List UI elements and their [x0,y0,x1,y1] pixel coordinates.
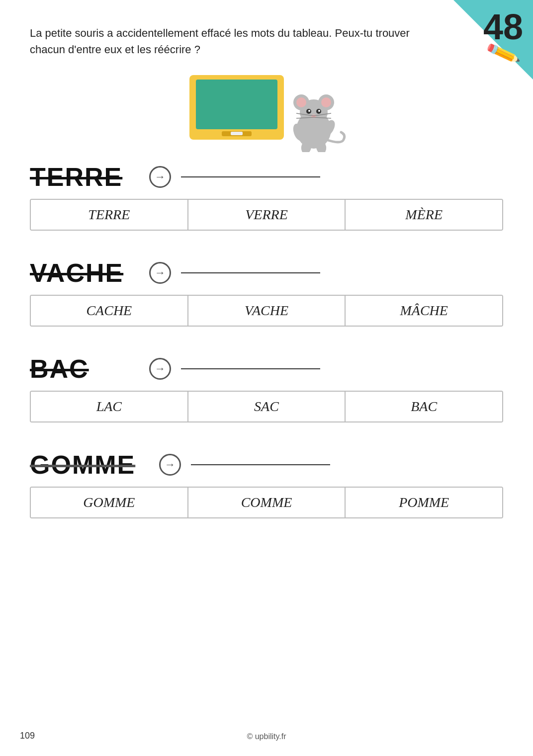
svg-point-13 [318,110,320,112]
option-bac-3[interactable]: BAC [346,392,502,421]
option-vache-1[interactable]: CACHE [31,296,188,326]
options-row-gomme: GOMME COMME POMME [30,487,503,518]
answer-line-bac [181,368,320,369]
answer-line-vache [181,272,320,273]
option-gomme-2[interactable]: COMME [188,488,346,517]
arrow-circle-terre: → [149,166,171,188]
options-row-bac: LAC SAC BAC [30,391,503,422]
option-vache-2[interactable]: VACHE [188,296,346,326]
options-row-vache: CACHE VACHE MÂCHE [30,295,503,327]
scrambled-word-gomme: GOMME [30,450,149,480]
scrambled-row-bac: BAC → [30,354,503,384]
scrambled-row-vache: VACHE → [30,258,503,288]
options-row-terre: TERRE VERRE MÈRE [30,199,503,231]
option-terre-1[interactable]: TERRE [31,200,188,230]
exercise-vache: VACHE → CACHE VACHE MÂCHE [30,258,503,327]
svg-point-12 [308,110,310,112]
svg-point-7 [296,97,306,107]
svg-rect-3 [231,132,243,135]
scrambled-word-vache: VACHE [30,258,139,288]
page: 48 ✏️ La petite souris a accidentellemen… [0,0,533,756]
svg-rect-1 [196,80,277,129]
option-gomme-1[interactable]: GOMME [31,488,188,517]
instruction-text: La petite souris a accidentellement effa… [30,25,428,58]
option-bac-1[interactable]: LAC [31,392,188,421]
arrow-circle-gomme: → [159,454,181,476]
option-gomme-3[interactable]: POMME [346,488,502,517]
scrambled-row-gomme: GOMME → [30,450,503,480]
answer-line-gomme [191,464,330,465]
option-vache-3[interactable]: MÂCHE [346,296,502,326]
exercise-gomme: GOMME → GOMME COMME POMME [30,450,503,518]
mouse-image [281,87,346,152]
arrow-circle-vache: → [149,262,171,284]
arrow-circle-bac: → [149,358,171,380]
chalkboard-image [187,73,286,147]
exercise-bac: BAC → LAC SAC BAC [30,354,503,422]
illustration-area [30,73,503,147]
exercise-terre: TERRE → TERRE VERRE MÈRE [30,162,503,231]
scrambled-row-terre: TERRE → [30,162,503,192]
option-terre-2[interactable]: VERRE [188,200,346,230]
scrambled-word-bac: BAC [30,354,139,384]
svg-point-9 [321,97,331,107]
option-bac-2[interactable]: SAC [188,392,346,421]
option-terre-3[interactable]: MÈRE [346,200,502,230]
footer-copyright: © upbility.fr [247,732,286,741]
scrambled-word-terre: TERRE [30,162,139,192]
answer-line-terre [181,176,320,177]
page-number-bottom: 109 [20,731,35,741]
